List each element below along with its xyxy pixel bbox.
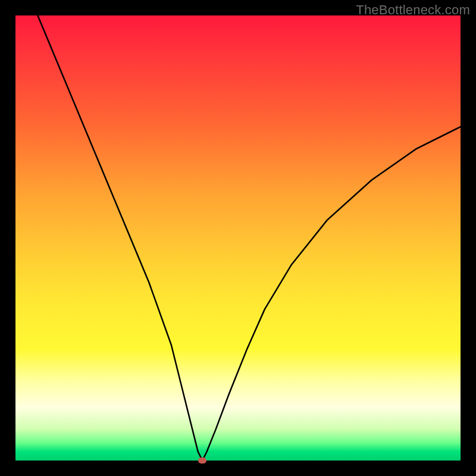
plot-area: [15, 15, 461, 461]
optimal-point-marker: [198, 458, 206, 464]
bottleneck-curve: [15, 15, 461, 461]
chart-frame: TheBottleneck.com: [0, 0, 476, 476]
watermark-text: TheBottleneck.com: [356, 2, 470, 18]
